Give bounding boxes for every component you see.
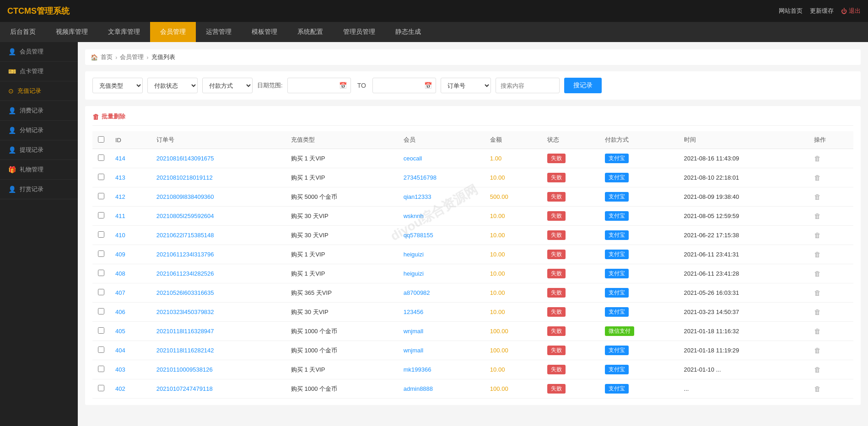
row-delete-button-7[interactable]: 🗑 <box>814 289 821 297</box>
row-delete-button-12[interactable]: 🗑 <box>814 385 821 393</box>
row-member-7[interactable]: a8700982 <box>398 283 485 303</box>
row-order-3[interactable]: 20210805l259592604 <box>151 207 286 226</box>
row-delete-button-6[interactable]: 🗑 <box>814 270 821 277</box>
sidebar-icon-recharge: ⊙ <box>8 87 14 95</box>
main-nav-item-static[interactable]: 静态生成 <box>385 22 431 42</box>
row-delete-button-10[interactable]: 🗑 <box>814 346 821 354</box>
sidebar-item-distribution[interactable]: 👤分销记录 <box>0 121 78 140</box>
row-delete-button-1[interactable]: 🗑 <box>814 174 821 181</box>
row-member-3[interactable]: wsknnh <box>398 207 485 226</box>
sidebar: 👤会员管理🎫点卡管理⊙充值记录👤消费记录👤分销记录👤提现记录🎁礼物管理👤打赏记录 <box>0 42 78 426</box>
bulk-delete-button[interactable]: 🗑 批量删除 <box>92 112 125 121</box>
row-checkbox-2[interactable] <box>92 187 110 207</box>
col-header-4: 会员 <box>398 131 485 149</box>
main-nav-item-article[interactable]: 文章库管理 <box>98 22 150 42</box>
row-delete-button-9[interactable]: 🗑 <box>814 327 821 335</box>
date-from-input[interactable] <box>291 82 337 89</box>
sidebar-item-withdrawal[interactable]: 👤提现记录 <box>0 140 78 160</box>
search-input[interactable] <box>496 78 560 93</box>
sidebar-item-member-mgr[interactable]: 👤会员管理 <box>0 42 78 62</box>
row-order-11[interactable]: 20210110009538126 <box>151 360 286 379</box>
row-checkbox-12[interactable] <box>92 379 110 399</box>
main-nav-item-video[interactable]: 视频库管理 <box>46 22 98 42</box>
status-select[interactable]: 付款状态成功失败待支付 <box>147 78 198 93</box>
row-member-1[interactable]: 2734516798 <box>398 168 485 187</box>
row-checkbox-9[interactable] <box>92 322 110 341</box>
row-action-11: 🗑 <box>809 360 853 379</box>
type-select[interactable]: 充值类型VIP充值金币充值 <box>92 78 143 93</box>
sidebar-item-card-mgr[interactable]: 🎫点卡管理 <box>0 62 78 81</box>
row-delete-button-3[interactable]: 🗑 <box>814 212 821 220</box>
breadcrumb-home[interactable]: 首页 <box>101 53 113 61</box>
row-delete-button-2[interactable]: 🗑 <box>814 193 821 201</box>
select-all-checkbox[interactable] <box>98 136 104 143</box>
main-nav-item-member[interactable]: 会员管理 <box>150 22 196 42</box>
row-member-6[interactable]: heiguizi <box>398 264 485 283</box>
sidebar-item-consume[interactable]: 👤消费记录 <box>0 101 78 121</box>
row-checkbox-1[interactable] <box>92 168 110 187</box>
row-checkbox-10[interactable] <box>92 341 110 360</box>
row-order-5[interactable]: 20210611234l313796 <box>151 245 286 264</box>
row-member-12[interactable]: admin8888 <box>398 379 485 399</box>
search-button[interactable]: 搜记录 <box>564 78 602 93</box>
row-member-8[interactable]: 123456 <box>398 303 485 322</box>
sidebar-label-recharge: 充值记录 <box>17 87 41 95</box>
row-order-9[interactable]: 20210118l116328947 <box>151 322 286 341</box>
row-amount-4: 10.00 <box>485 226 542 245</box>
row-order-0[interactable]: 20210816l143091675 <box>151 149 286 168</box>
logout-button[interactable]: ⏻ 退出 <box>841 7 861 15</box>
row-order-6[interactable]: 20210611234l282526 <box>151 264 286 283</box>
date-from-wrap[interactable]: 📅 <box>287 78 351 93</box>
row-checkbox-6[interactable] <box>92 264 110 283</box>
row-member-4[interactable]: qq5788155 <box>398 226 485 245</box>
row-member-11[interactable]: mk199366 <box>398 360 485 379</box>
sidebar-icon-distribution: 👤 <box>8 127 16 134</box>
row-order-10[interactable]: 20210118l116282142 <box>151 341 286 360</box>
row-checkbox-11[interactable] <box>92 360 110 379</box>
row-member-10[interactable]: wnjmall <box>398 341 485 360</box>
row-checkbox-5[interactable] <box>92 245 110 264</box>
row-member-2[interactable]: qian12333 <box>398 187 485 207</box>
row-member-5[interactable]: heiguizi <box>398 245 485 264</box>
row-delete-button-4[interactable]: 🗑 <box>814 231 821 239</box>
breadcrumb-parent[interactable]: 会员管理 <box>120 53 144 61</box>
main-nav-item-operation[interactable]: 运营管理 <box>196 22 242 42</box>
date-to-wrap[interactable]: 📅 <box>372 78 436 93</box>
row-time-10: 2021-01-18 11:19:29 <box>679 341 809 360</box>
row-checkbox-4[interactable] <box>92 226 110 245</box>
date-to-input[interactable] <box>377 82 422 89</box>
order-field-select[interactable]: 订单号会员名金额 <box>441 78 491 93</box>
row-order-12[interactable]: 20210107247479118 <box>151 379 286 399</box>
main-nav-item-template[interactable]: 模板管理 <box>242 22 287 42</box>
logout-label: 退出 <box>849 7 861 15</box>
row-time-1: 2021-08-10 22:18:01 <box>679 168 809 187</box>
row-paymethod-5: 支付宝 <box>599 245 679 264</box>
paymethod-select[interactable]: 付款方式支付宝微信支付 <box>202 78 253 93</box>
row-delete-button-5[interactable]: 🗑 <box>814 250 821 258</box>
cache-link[interactable]: 更新缓存 <box>810 7 834 15</box>
row-member-9[interactable]: wnjmall <box>398 322 485 341</box>
main-nav-item-adminmgr[interactable]: 管理员管理 <box>333 22 385 42</box>
row-member-0[interactable]: ceocall <box>398 149 485 168</box>
row-status-6: 失败 <box>542 264 599 283</box>
row-checkbox-8[interactable] <box>92 303 110 322</box>
row-order-8[interactable]: 20210323l450379832 <box>151 303 286 322</box>
row-action-9: 🗑 <box>809 322 853 341</box>
row-delete-button-8[interactable]: 🗑 <box>814 308 821 316</box>
row-checkbox-7[interactable] <box>92 283 110 303</box>
sidebar-item-reward[interactable]: 👤打赏记录 <box>0 180 78 199</box>
row-delete-button-11[interactable]: 🗑 <box>814 366 821 373</box>
row-order-1[interactable]: 20210810218019112 <box>151 168 286 187</box>
main-nav-item-sysconfig[interactable]: 系统配置 <box>287 22 333 42</box>
row-checkbox-3[interactable] <box>92 207 110 226</box>
row-paymethod-12: 支付宝 <box>599 379 679 399</box>
sidebar-item-gift[interactable]: 🎁礼物管理 <box>0 160 78 180</box>
home-link[interactable]: 网站首页 <box>779 7 803 15</box>
row-order-2[interactable]: 20210809l838409360 <box>151 187 286 207</box>
row-order-4[interactable]: 20210622l715385148 <box>151 226 286 245</box>
row-checkbox-0[interactable] <box>92 149 110 168</box>
row-delete-button-0[interactable]: 🗑 <box>814 154 821 162</box>
row-order-7[interactable]: 20210526l603316635 <box>151 283 286 303</box>
sidebar-item-recharge[interactable]: ⊙充值记录 <box>0 81 78 101</box>
main-nav-item-dashboard[interactable]: 后台首页 <box>0 22 46 42</box>
